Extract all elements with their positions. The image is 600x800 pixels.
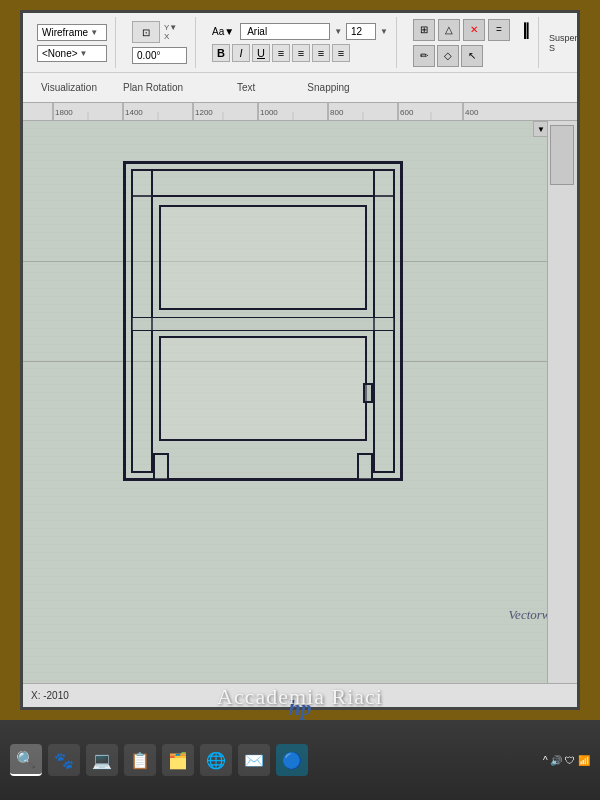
right-leg [357,453,373,481]
right-panel [547,121,577,683]
taskbar-start[interactable]: 🔍 [10,744,42,776]
underline-button[interactable]: U [252,44,270,62]
taskbar-mail[interactable]: ✉️ [238,744,270,776]
taskbar-system-tray: ^ 🔊 🛡 📶 [543,755,590,766]
font-row: Aa▼ Arial ▼ 12 ▼ [212,23,388,40]
none-arrow: ▼ [80,49,88,58]
bold-button[interactable]: B [212,44,230,62]
snap-row2: ✏ ◇ ↖ [413,45,483,67]
svg-text:400: 400 [465,108,479,117]
text-group: Aa▼ Arial ▼ 12 ▼ B I U ≡ ≡ ≡ ≡ [204,17,397,68]
taskbar-circle[interactable]: 🔵 [276,744,308,776]
snapping-label: Snapping [295,82,361,93]
font-arrow: ▼ [334,27,342,36]
taskbar: 🔍 🐾 💻 📋 🗂️ 🌐 ✉️ 🔵 ^ 🔊 🛡 📶 [0,720,600,800]
format-buttons: B I U ≡ ≡ ≡ ≡ [212,44,350,62]
plan-rotation-group: ⊡ Y▼X 0.00° [124,17,196,68]
font-name-field[interactable]: Arial [240,23,330,40]
none-value: <None> [42,48,78,59]
ruler-svg: 1800 1400 1200 1000 800 600 400 [23,103,577,121]
top-rail [131,169,395,197]
rotation-input[interactable]: 0.00° [132,47,187,64]
mid-rail [131,317,395,331]
svg-text:800: 800 [330,108,344,117]
ribbon-labels: Visualization Plan Rotation Text Snappin… [23,73,577,101]
svg-text:1800: 1800 [55,108,73,117]
svg-text:600: 600 [400,108,414,117]
drawer-handle [363,383,373,403]
suspend-label: Suspend S [549,33,580,53]
svg-text:1000: 1000 [260,108,278,117]
snap-point-icon[interactable]: ↖ [461,45,483,67]
ribbon-toolbar: Wireframe ▼ <None> ▼ ⊡ Y▼X 0.00° [23,13,577,103]
align-right-button[interactable]: ≡ [312,44,330,62]
none-dropdown[interactable]: <None> ▼ [37,45,107,62]
visualization-group: Wireframe ▼ <None> ▼ [29,17,116,68]
align-justify-button[interactable]: ≡ [332,44,350,62]
svg-text:1200: 1200 [195,108,213,117]
panel-handle-1 [550,125,574,185]
suspend-toggle[interactable]: ‖ [522,20,530,39]
snap-grid-icon[interactable]: ⊞ [413,19,435,41]
screen: Wireframe ▼ <None> ▼ ⊡ Y▼X 0.00° [20,10,580,710]
tray-icons: ^ 🔊 🛡 📶 [543,755,590,766]
text-group-label: Text [197,82,295,93]
lower-drawer [159,336,367,441]
laptop-body: Wireframe ▼ <None> ▼ ⊡ Y▼X 0.00° [0,0,600,800]
snap-equal-icon[interactable]: = [488,19,510,41]
taskbar-browser[interactable]: 🌐 [200,744,232,776]
furniture-drawing [123,161,403,481]
plan-rotation-sublabel: Y▼X [164,23,177,41]
photo-credit: Accademia Riaci [217,684,383,710]
snap-angle-icon[interactable]: △ [438,19,460,41]
font-size-field[interactable]: 12 [346,23,376,40]
left-leg [153,453,169,481]
plan-rotation-label: Plan Rotation [109,82,197,93]
align-center-button[interactable]: ≡ [292,44,310,62]
italic-button[interactable]: I [232,44,250,62]
canvas-area[interactable]: ▼ Ne [23,121,577,683]
taskbar-clipboard[interactable]: 📋 [124,744,156,776]
visualization-dropdown[interactable]: Wireframe ▼ [37,24,107,41]
upper-drawer [159,205,367,310]
size-arrow: ▼ [380,27,388,36]
x-coordinate: X: -2010 [31,690,69,701]
snap-fill-icon[interactable]: ◇ [437,45,459,67]
aa-label: Aa▼ [212,26,234,37]
taskbar-animal[interactable]: 🐾 [48,744,80,776]
visualization-arrow: ▼ [90,28,98,37]
visualization-label: Visualization [29,82,109,93]
snap-icons-row: ⊞ △ ✕ = ‖ [413,19,530,41]
visualization-value: Wireframe [42,27,88,38]
taskbar-folder[interactable]: 🗂️ [162,744,194,776]
taskbar-laptop[interactable]: 💻 [86,744,118,776]
plan-rotation-icon[interactable]: ⊡ [132,21,160,43]
svg-text:1400: 1400 [125,108,143,117]
snap-pencil-icon[interactable]: ✏ [413,45,435,67]
snapping-group: ⊞ △ ✕ = ‖ ✏ ◇ ↖ [405,17,539,68]
align-left-button[interactable]: ≡ [272,44,290,62]
snap-close-icon[interactable]: ✕ [463,19,485,41]
ruler: 1800 1400 1200 1000 800 600 400 [23,103,577,121]
ribbon-controls: Wireframe ▼ <None> ▼ ⊡ Y▼X 0.00° [23,13,577,73]
